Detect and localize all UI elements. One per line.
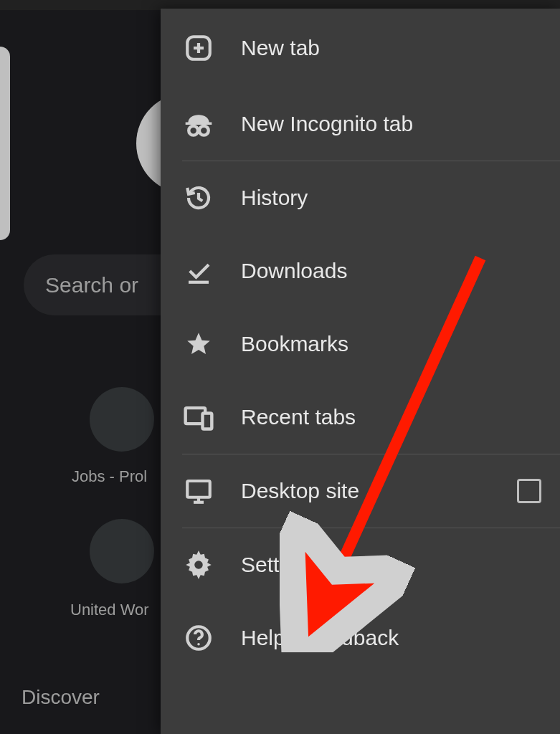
menu-label: New Incognito tab: [241, 112, 413, 136]
new-tab-icon: [182, 32, 215, 65]
history-icon: [182, 181, 215, 214]
menu-item-settings[interactable]: Settings: [161, 528, 560, 601]
menu-label: Settings: [241, 553, 318, 577]
menu-label: History: [241, 186, 308, 210]
svg-point-17: [197, 643, 200, 646]
menu-item-history[interactable]: History: [161, 161, 560, 234]
menu-label: Recent tabs: [241, 405, 356, 429]
menu-item-new-tab[interactable]: New tab: [161, 9, 560, 87]
menu-item-bookmarks[interactable]: Bookmarks: [161, 308, 560, 381]
bookmarks-icon: [182, 328, 215, 361]
menu-label: Desktop site: [241, 479, 359, 503]
menu-label: Help & feedback: [241, 626, 399, 650]
incognito-icon: [182, 108, 215, 140]
menu-item-incognito[interactable]: New Incognito tab: [161, 87, 560, 161]
svg-point-15: [194, 561, 203, 569]
svg-rect-10: [203, 414, 212, 429]
downloads-icon: [182, 254, 215, 287]
gear-icon: [182, 548, 215, 581]
desktop-site-checkbox[interactable]: [517, 479, 541, 503]
menu-item-recent-tabs[interactable]: Recent tabs: [161, 381, 560, 454]
help-icon: [182, 621, 215, 654]
chrome-overflow-menu: New tab New Incognito tab History Dow: [161, 9, 560, 734]
desktop-icon: [182, 475, 215, 507]
menu-label: Bookmarks: [241, 332, 348, 356]
svg-marker-8: [187, 333, 210, 354]
menu-label: New tab: [241, 36, 320, 60]
svg-rect-11: [187, 481, 210, 497]
svg-point-5: [199, 126, 209, 135]
menu-item-desktop-site[interactable]: Desktop site: [161, 454, 560, 528]
menu-item-downloads[interactable]: Downloads: [161, 234, 560, 308]
recent-tabs-icon: [182, 401, 215, 434]
menu-item-help[interactable]: Help & feedback: [161, 601, 560, 675]
menu-label: Downloads: [241, 259, 347, 283]
svg-point-4: [189, 126, 198, 135]
